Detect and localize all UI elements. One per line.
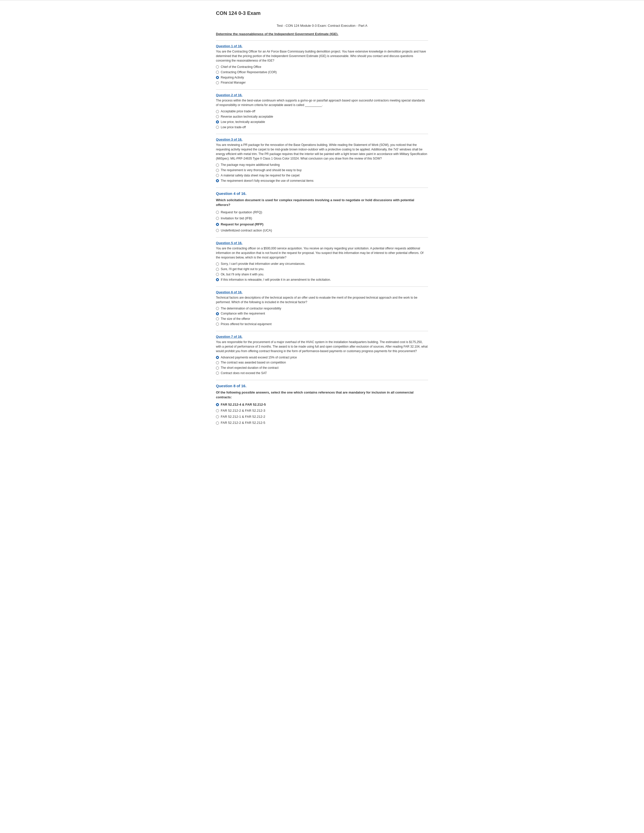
option-q5-2[interactable]: Sure, I'll get that right out to you.: [216, 267, 428, 271]
options-list-2: Acceptable price trade-offReverse auctio…: [216, 109, 428, 129]
question-text-2: The process within the best-value contin…: [216, 98, 428, 107]
radio-q6-3[interactable]: [216, 317, 219, 320]
question-label-2: Question 2 of 16.: [216, 93, 428, 97]
radio-q7-4[interactable]: [216, 371, 219, 375]
question-label-6: Question 6 of 16.: [216, 290, 428, 294]
radio-q4-4[interactable]: [216, 229, 219, 232]
option-q3-4[interactable]: The requirement doesn't fully encourage …: [216, 179, 428, 183]
option-label-q5-3: Ok, but I'll only share it with you.: [221, 272, 264, 277]
question-block-6: Question 6 of 16.Technical factors are d…: [216, 286, 428, 326]
radio-q5-3[interactable]: [216, 273, 219, 276]
option-q4-2[interactable]: Invitation for bid (IFB): [216, 216, 428, 220]
radio-q5-1[interactable]: [216, 262, 219, 265]
option-q4-1[interactable]: Request for quotation (RFQ): [216, 210, 428, 215]
option-q5-1[interactable]: Sorry, I can't provide that information …: [216, 262, 428, 266]
option-q3-2[interactable]: The requirement is very thorough and sho…: [216, 168, 428, 172]
radio-q8-3[interactable]: [216, 415, 219, 418]
question-label-1: Question 1 of 16.: [216, 44, 428, 48]
option-q1-1[interactable]: Chief of the Contracting Office: [216, 65, 428, 69]
radio-q2-4[interactable]: [216, 126, 219, 129]
questions-container: Question 1 of 16.You are the Contracting…: [216, 40, 428, 425]
radio-q7-2[interactable]: [216, 361, 219, 364]
option-q2-1[interactable]: Acceptable price trade-off: [216, 109, 428, 114]
option-q8-2[interactable]: FAR 52.212-2 & FAR 52.212-3: [216, 408, 428, 413]
radio-q6-1[interactable]: [216, 307, 219, 310]
option-label-q8-1: FAR 52.212-4 & FAR 52.212-5: [221, 402, 266, 407]
radio-q2-2[interactable]: [216, 115, 219, 118]
option-q2-3[interactable]: Low price, technically acceptable: [216, 120, 428, 124]
radio-q7-3[interactable]: [216, 367, 219, 370]
question-label-7: Question 7 of 16.: [216, 335, 428, 338]
option-q5-4[interactable]: If this information is releasable, I wil…: [216, 278, 428, 282]
radio-q8-1[interactable]: [216, 403, 219, 406]
option-label-q7-3: The short expected duration of the contr…: [221, 366, 279, 370]
options-list-8: FAR 52.212-4 & FAR 52.212-5FAR 52.212-2 …: [216, 402, 428, 425]
option-label-q4-1: Request for quotation (RFQ): [221, 210, 262, 215]
radio-q3-4[interactable]: [216, 179, 219, 182]
option-label-q2-4: Low price trade-off: [221, 125, 246, 130]
options-list-6: The determination of contractor responsi…: [216, 306, 428, 326]
option-q2-2[interactable]: Reverse auction technically acceptable: [216, 114, 428, 119]
option-label-q2-2: Reverse auction technically acceptable: [221, 114, 273, 119]
option-q7-3[interactable]: The short expected duration of the contr…: [216, 366, 428, 370]
option-q2-4[interactable]: Low price trade-off: [216, 125, 428, 130]
radio-q1-1[interactable]: [216, 65, 219, 68]
option-label-q5-1: Sorry, I can't provide that information …: [221, 262, 305, 266]
radio-q3-2[interactable]: [216, 169, 219, 172]
option-q4-3[interactable]: Request for proposal (RFP): [216, 222, 428, 227]
radio-q8-2[interactable]: [216, 409, 219, 412]
radio-q7-1[interactable]: [216, 356, 219, 359]
option-label-q1-3: Requiring Activity: [221, 76, 244, 80]
radio-q5-4[interactable]: [216, 278, 219, 281]
option-label-q4-2: Invitation for bid (IFB): [221, 216, 252, 220]
option-label-q8-4: FAR 52.212-2 & FAR 52.212-5: [221, 421, 265, 425]
radio-q4-2[interactable]: [216, 217, 219, 220]
option-q4-4[interactable]: Undefinitized contract action (UCA): [216, 228, 428, 233]
radio-q4-3[interactable]: [216, 223, 219, 226]
option-q7-1[interactable]: Advanced payments would exceed 15% of co…: [216, 355, 428, 360]
option-q6-4[interactable]: Prices offered for technical equipment: [216, 322, 428, 326]
radio-q1-3[interactable]: [216, 76, 219, 79]
option-label-q8-3: FAR 52.212-1 & FAR 52.212-2: [221, 415, 265, 419]
question-block-4: Question 4 of 16.Which solicitation docu…: [216, 188, 428, 233]
option-q8-4[interactable]: FAR 52.212-2 & FAR 52.212-5: [216, 421, 428, 425]
radio-q2-1[interactable]: [216, 110, 219, 113]
option-label-q1-4: Financial Manager: [221, 80, 246, 85]
test-header: Test - CON 124 Module 0-3 Exam: Contract…: [216, 24, 428, 27]
option-label-q5-4: If this information is releasable, I wil…: [221, 278, 331, 282]
option-q7-4[interactable]: Contract does not exceed the SAT: [216, 371, 428, 375]
question-block-1: Question 1 of 16.You are the Contracting…: [216, 40, 428, 85]
radio-q5-2[interactable]: [216, 268, 219, 271]
option-q6-3[interactable]: The size of the offeror: [216, 317, 428, 321]
option-q7-2[interactable]: The contract was awarded based on compet…: [216, 360, 428, 365]
option-label-q8-2: FAR 52.212-2 & FAR 52.212-3: [221, 408, 265, 413]
radio-q3-1[interactable]: [216, 164, 219, 167]
option-q1-3[interactable]: Requiring Activity: [216, 76, 428, 80]
option-q3-3[interactable]: A material safety data sheet may be requ…: [216, 174, 428, 178]
options-list-1: Chief of the Contracting OfficeContracti…: [216, 65, 428, 85]
option-q1-4[interactable]: Financial Manager: [216, 80, 428, 85]
question-block-8: Question 8 of 16.Of the following possib…: [216, 380, 428, 425]
radio-q1-4[interactable]: [216, 81, 219, 84]
radio-q2-3[interactable]: [216, 121, 219, 124]
option-label-q7-1: Advanced payments would exceed 15% of co…: [221, 355, 297, 360]
option-label-q2-3: Low price, technically acceptable: [221, 120, 265, 124]
radio-q6-4[interactable]: [216, 323, 219, 326]
radio-q1-2[interactable]: [216, 71, 219, 74]
question-text-4: Which solicitation document is used for …: [216, 198, 428, 207]
question-label-8: Question 8 of 16.: [216, 384, 428, 388]
option-q3-1[interactable]: The package may require additional fundi…: [216, 163, 428, 167]
option-q1-2[interactable]: Contracting Officer Representative (COR): [216, 70, 428, 74]
option-q5-3[interactable]: Ok, but I'll only share it with you.: [216, 272, 428, 277]
radio-q8-4[interactable]: [216, 421, 219, 425]
option-q8-3[interactable]: FAR 52.212-1 & FAR 52.212-2: [216, 415, 428, 419]
option-q6-2[interactable]: Compliance with the requirement: [216, 312, 428, 316]
option-label-q2-1: Acceptable price trade-off: [221, 109, 255, 114]
option-q6-1[interactable]: The determination of contractor responsi…: [216, 306, 428, 311]
option-q8-1[interactable]: FAR 52.212-4 & FAR 52.212-5: [216, 402, 428, 407]
radio-q3-3[interactable]: [216, 174, 219, 177]
radio-q6-2[interactable]: [216, 312, 219, 315]
question-label-4: Question 4 of 16.: [216, 191, 428, 196]
option-label-q3-2: The requirement is very thorough and sho…: [221, 168, 301, 172]
radio-q4-1[interactable]: [216, 211, 219, 214]
